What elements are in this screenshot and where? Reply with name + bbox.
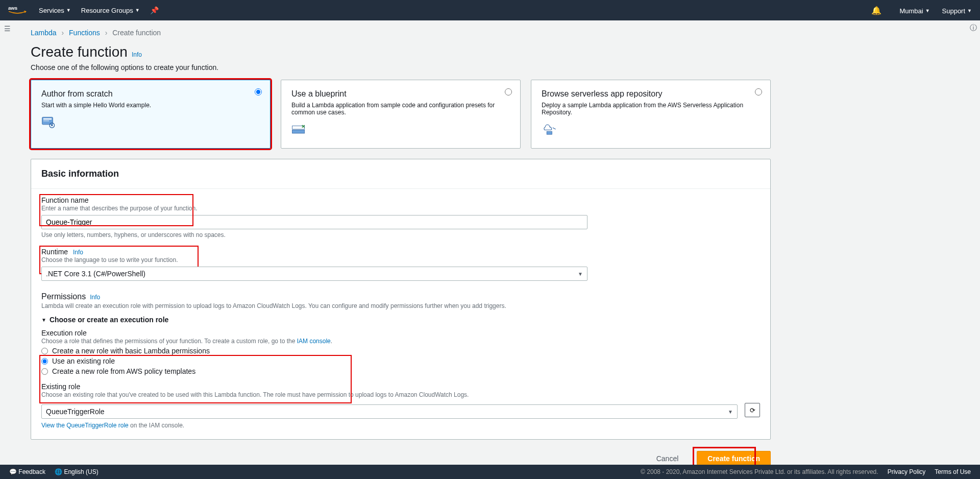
nav-pin-icon[interactable]: 📌: [150, 6, 159, 14]
runtime-group: Runtime Info Choose the language to use …: [41, 248, 760, 281]
runtime-sublabel: Choose the language to use to write your…: [41, 256, 760, 264]
refresh-icon: ⟳: [750, 406, 755, 414]
caret-down-icon: ▼: [728, 409, 733, 415]
permissions-label: Permissions: [41, 292, 86, 301]
option-use-blueprint[interactable]: Use a blueprint Build a Lambda applicati…: [281, 80, 521, 149]
existing-role-select[interactable]: QueueTriggerRole ▼: [41, 404, 738, 419]
radio-use-existing[interactable]: Use an existing role: [41, 357, 760, 365]
nav-resource-groups[interactable]: Resource Groups▼: [81, 7, 140, 14]
radio-create-from-template[interactable]: Create a new role from AWS policy templa…: [41, 367, 760, 375]
nav-region[interactable]: Mumbai▼: [899, 7, 929, 15]
exec-role-toggle-label: Choose or create an execution role: [50, 316, 168, 324]
serverless-repo-icon: [542, 122, 558, 136]
create-options-row: Author from scratch Start with a simple …: [31, 80, 771, 149]
execution-role-desc: Choose a role that defines the permissio…: [41, 338, 760, 345]
svg-point-5: [51, 125, 53, 126]
function-name-input[interactable]: [41, 215, 587, 229]
blueprint-icon: [291, 122, 308, 136]
breadcrumb-functions[interactable]: Functions: [69, 29, 100, 37]
permissions-heading: Permissions Info: [41, 292, 760, 301]
radio-label: Create a new role from AWS policy templa…: [52, 367, 195, 375]
nav-support[interactable]: Support▼: [942, 7, 972, 15]
feedback-link[interactable]: 💬 Feedback: [9, 468, 45, 475]
notifications-icon[interactable]: 🔔: [871, 6, 881, 15]
view-role-suffix: on the IAM console.: [129, 422, 184, 429]
radio-label: Create a new role with basic Lambda perm…: [52, 347, 210, 355]
terms-of-use-link[interactable]: Terms of Use: [935, 468, 971, 475]
runtime-value: .NET Core 3.1 (C#/PowerShell): [46, 270, 145, 278]
option-title: Use a blueprint: [291, 89, 510, 99]
panel-header: Basic information: [31, 159, 770, 189]
bottom-bar: 💬 Feedback 🌐 English (US) © 2008 - 2020,…: [0, 465, 980, 479]
function-name-hint: Use only letters, numbers, hyphens, or u…: [41, 231, 760, 238]
breadcrumb: Lambda › Functions › Create function: [31, 26, 771, 40]
option-title: Browse serverless app repository: [542, 89, 760, 99]
svg-rect-3: [43, 121, 49, 122]
caret-down-icon: ▼: [135, 8, 140, 13]
radio-create-basic-input[interactable]: [41, 348, 48, 354]
execution-role-label: Execution role: [41, 329, 760, 337]
radio-use-existing-input[interactable]: [41, 358, 48, 365]
option-title: Author from scratch: [41, 89, 260, 99]
option-desc: Deploy a sample Lambda application from …: [542, 102, 760, 116]
nav-region-label: Mumbai: [899, 7, 923, 15]
svg-text:aws: aws: [8, 5, 17, 11]
triangle-down-icon: ▼: [41, 317, 46, 323]
svg-rect-8: [547, 131, 552, 134]
refresh-roles-button[interactable]: ⟳: [745, 403, 760, 417]
language-label: English (US): [64, 468, 98, 475]
function-name-group: Function name Enter a name that describe…: [41, 196, 760, 238]
aws-logo[interactable]: aws: [8, 5, 27, 16]
function-name-sublabel: Enter a name that describes the purpose …: [41, 205, 760, 212]
page-title-info-link[interactable]: Info: [132, 51, 142, 58]
runtime-label-text: Runtime: [41, 248, 68, 256]
chevron-right-icon: ›: [105, 29, 108, 37]
language-selector[interactable]: 🌐 English (US): [55, 468, 99, 475]
author-scratch-icon: [41, 115, 58, 129]
breadcrumb-current: Create function: [112, 29, 161, 37]
help-info-icon[interactable]: ⓘ: [970, 23, 977, 33]
option-serverless-repo[interactable]: Browse serverless app repository Deploy …: [531, 80, 771, 149]
caret-down-icon: ▼: [66, 8, 71, 13]
existing-role-value: QueueTriggerRole: [46, 408, 105, 416]
option-author-from-scratch[interactable]: Author from scratch Start with a simple …: [31, 80, 271, 149]
nav-services[interactable]: Services▼: [39, 7, 71, 14]
privacy-policy-link[interactable]: Privacy Policy: [888, 468, 926, 475]
caret-down-icon: ▼: [967, 8, 972, 13]
page-title: Create function Info: [31, 44, 771, 60]
option-radio-serverless[interactable]: [755, 88, 762, 95]
iam-console-link[interactable]: IAM console: [297, 338, 331, 345]
caret-down-icon: ▼: [578, 271, 583, 277]
svg-rect-2: [43, 118, 52, 119]
existing-role-desc: Choose an existing role that you've crea…: [41, 391, 760, 398]
option-desc: Start with a simple Hello World example.: [41, 102, 260, 109]
function-name-label: Function name: [41, 196, 760, 204]
basic-information-panel: Basic information Function name Enter a …: [31, 159, 771, 440]
runtime-info-link[interactable]: Info: [73, 249, 83, 256]
copyright-text: © 2008 - 2020, Amazon Internet Services …: [641, 468, 878, 475]
view-role-link[interactable]: View the QueueTriggerRole role: [41, 422, 129, 429]
permissions-desc: Lambda will create an execution role wit…: [41, 302, 760, 309]
page-subtitle: Choose one of the following options to c…: [31, 63, 771, 71]
radio-create-template-input[interactable]: [41, 368, 48, 375]
option-radio-author[interactable]: [255, 88, 262, 95]
exec-role-desc-text: Choose a role that defines the permissio…: [41, 338, 297, 345]
page-title-text: Create function: [31, 44, 128, 60]
option-desc: Build a Lambda application from sample c…: [291, 102, 510, 116]
cancel-button[interactable]: Cancel: [646, 451, 689, 466]
nav-support-label: Support: [942, 7, 966, 15]
chevron-right-icon: ›: [61, 29, 64, 37]
runtime-select[interactable]: .NET Core 3.1 (C#/PowerShell) ▼: [41, 267, 587, 281]
exec-role-toggle[interactable]: ▼ Choose or create an execution role: [41, 316, 760, 324]
option-radio-blueprint[interactable]: [505, 88, 512, 95]
radio-create-basic[interactable]: Create a new role with basic Lambda perm…: [41, 347, 760, 355]
nav-services-label: Services: [39, 7, 64, 14]
permissions-info-link[interactable]: Info: [90, 294, 100, 301]
hamburger-icon[interactable]: ☰: [4, 25, 11, 33]
breadcrumb-lambda[interactable]: Lambda: [31, 29, 57, 37]
main-content: Lambda › Functions › Create function Cre…: [10, 20, 791, 479]
existing-role-label: Existing role: [41, 382, 760, 391]
create-function-button[interactable]: Create function: [697, 451, 771, 466]
svg-rect-6: [292, 130, 305, 133]
radio-label: Use an existing role: [52, 357, 115, 365]
